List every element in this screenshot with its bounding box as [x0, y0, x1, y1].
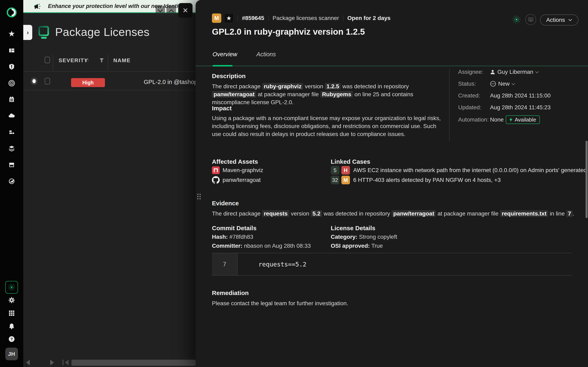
user-avatar[interactable]: JH	[5, 348, 18, 360]
target-icon[interactable]	[8, 80, 15, 87]
settings-gear-icon[interactable]	[8, 297, 15, 304]
status-row: Status: New	[458, 80, 551, 88]
automation-available-badge[interactable]: Available	[506, 115, 540, 124]
gauge-compass-icon[interactable]	[8, 178, 15, 184]
assignee-row: Assignee: Guy Liberman	[458, 68, 551, 76]
report-clipboard-icon[interactable]	[8, 96, 15, 103]
cortex-logo-icon[interactable]	[6, 7, 17, 18]
code-line-number: 7	[212, 253, 238, 275]
assets-blocks-icon[interactable]	[8, 129, 15, 136]
evidence-text: The direct package requests version 5.2 …	[212, 210, 579, 217]
tab-underline-track	[196, 66, 588, 66]
evidence-heading: Evidence	[212, 200, 239, 207]
tab-overview[interactable]: Overview	[213, 51, 237, 58]
commit-committer: Committer: nbason on Aug 28th 08:33	[212, 243, 311, 249]
column-divider	[53, 55, 53, 71]
code-content: requests==5.2	[259, 253, 306, 275]
tab-actions[interactable]: Actions	[256, 51, 276, 58]
person-icon	[490, 69, 495, 75]
issue-id: #859645	[242, 15, 264, 21]
separator	[238, 15, 238, 21]
package-licenses-icon	[38, 26, 49, 40]
linked-case-row[interactable]: 32 M 6 HTTP-403 alerts detected by PAN N…	[331, 176, 501, 184]
select-all-checkbox[interactable]	[45, 57, 50, 63]
banner-close-button[interactable]: ✕	[178, 3, 192, 18]
column-header-severity[interactable]: SEVERITY	[59, 57, 88, 64]
ai-swirl-icon[interactable]	[512, 15, 521, 25]
assignee-select[interactable]: Guy Liberman	[490, 69, 538, 75]
scroll-end-icon	[65, 360, 69, 365]
column-divider	[108, 55, 108, 71]
separator	[268, 15, 268, 21]
vertical-scrollbar-thumb[interactable]	[586, 141, 588, 218]
affected-assets-heading: Affected Assets	[212, 158, 258, 165]
github-icon	[212, 176, 220, 184]
comments-icon[interactable]	[525, 14, 536, 26]
commit-details-heading: Commit Details	[212, 225, 256, 232]
row-checkbox[interactable]	[45, 78, 50, 84]
case-count-badge: 32	[331, 176, 339, 184]
unread-indicator-dot	[33, 79, 36, 83]
case-count-badge: 5	[331, 166, 339, 175]
automation-row: Automation: None Available	[458, 115, 551, 124]
favorites-star-icon[interactable]	[8, 30, 15, 37]
sidebar-item-ai-active[interactable]	[5, 281, 18, 294]
scroll-right-button[interactable]	[50, 360, 54, 365]
remediation-heading: Remediation	[212, 290, 249, 296]
chevron-down-icon	[535, 70, 539, 73]
separator	[343, 15, 343, 21]
dashboard-layout-icon[interactable]	[8, 47, 15, 54]
column-header-name[interactable]: NAME	[113, 57, 131, 64]
status-new-icon	[490, 81, 496, 87]
created-value: Aug 28th 2024 11:15:00	[490, 92, 551, 99]
megaphone-icon	[33, 2, 41, 12]
open-duration: Open for 2 days	[347, 15, 390, 21]
issue-severity-badge: M	[212, 13, 221, 23]
impact-text: Using a package with a non-compliant lic…	[212, 114, 443, 138]
status-select[interactable]: New	[490, 81, 514, 87]
case-severity-badge: M	[341, 176, 350, 184]
app-sidebar: ? JH	[0, 0, 23, 367]
asset-item-github[interactable]: panw/terragoat	[212, 176, 261, 184]
severity-badge: High	[71, 78, 105, 87]
scanner-name: Package licenses scanner	[273, 15, 339, 21]
case-title: 6 HTTP-403 alerts detected by PAN NGFW o…	[353, 177, 501, 183]
banner-prev-button[interactable]	[166, 6, 176, 16]
created-row: Created: Aug 28th 2024 11:15:00	[458, 92, 551, 100]
sort-icons[interactable]: ↓↑	[84, 57, 89, 63]
table-row[interactable]: GPL-2.0 in @tashop/	[144, 79, 197, 85]
horizontal-scrollbar-thumb[interactable]	[71, 360, 196, 366]
linked-case-row[interactable]: 5 H AWS EC2 instance with network path f…	[331, 166, 588, 175]
notifications-bell-icon[interactable]	[8, 323, 15, 330]
apps-grid-icon[interactable]	[8, 310, 15, 317]
asset-item-maven[interactable]: Maven-graphviz	[212, 166, 263, 174]
automation-value: None	[490, 117, 504, 123]
filter-funnel-icon[interactable]	[99, 58, 104, 64]
banner-next-button[interactable]	[156, 6, 165, 16]
updated-row: Updated: Aug 28th 2024 11:45:23	[458, 104, 551, 111]
sidebar-expand-button[interactable]: ›	[23, 25, 32, 40]
page-title: Package Licenses	[55, 25, 150, 39]
scroll-left-button[interactable]	[26, 360, 30, 365]
panel-resize-handle[interactable]	[197, 194, 202, 201]
impact-heading: Impact	[212, 105, 232, 112]
maven-icon	[212, 166, 220, 174]
scroll-end-marker	[62, 360, 63, 365]
chevron-down-icon	[512, 82, 515, 85]
svg-text:?: ?	[10, 337, 13, 341]
remediation-text: Please contact the legal team for furthe…	[212, 299, 498, 307]
actions-button[interactable]: Actions	[540, 15, 579, 25]
marketplace-store-icon[interactable]	[8, 161, 15, 168]
star-badge[interactable]: ★	[224, 13, 233, 23]
issue-header-row: M ★ #859645 Package licenses scanner Ope…	[212, 13, 390, 23]
license-osi: OSI approved: True	[331, 243, 383, 249]
cloud-icon[interactable]	[8, 112, 15, 119]
help-icon[interactable]: ?	[8, 336, 15, 342]
issues-shield-icon[interactable]	[8, 63, 15, 70]
layers-icon[interactable]	[8, 145, 15, 152]
lightning-icon	[509, 117, 513, 122]
linked-cases-heading: Linked Cases	[331, 158, 370, 165]
evidence-code-block: 7 requests==5.2	[212, 253, 572, 276]
updated-value: Aug 28th 2024 11:45:23	[490, 104, 551, 111]
metadata-divider	[449, 68, 450, 141]
